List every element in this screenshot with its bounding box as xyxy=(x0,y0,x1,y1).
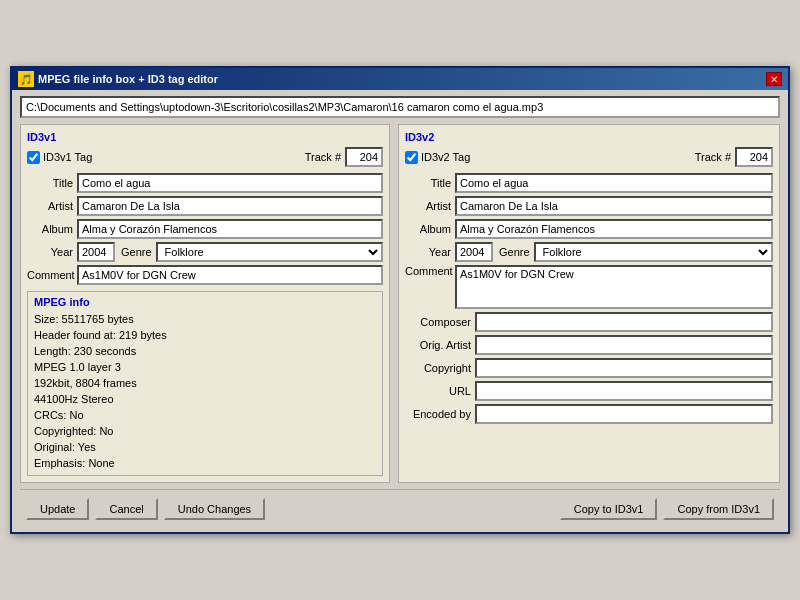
id3v2-encoded-by-label: Encoded by xyxy=(405,408,475,420)
id3v2-orig-artist-row: Orig. Artist xyxy=(405,335,773,355)
id3v2-section-title: ID3v2 xyxy=(405,131,773,143)
mpeg-info-panel: MPEG info Size: 5511765 bytes Header fou… xyxy=(27,291,383,476)
id3v2-copyright-row: Copyright xyxy=(405,358,773,378)
id3v2-orig-artist-input[interactable] xyxy=(475,335,773,355)
id3v2-tag-label: ID3v2 Tag xyxy=(421,151,470,163)
id3v1-section-title: ID3v1 xyxy=(27,131,383,143)
id3v1-genre-select[interactable]: Folklore xyxy=(156,242,383,262)
file-path-row xyxy=(20,96,780,118)
mpeg-info-title: MPEG info xyxy=(34,296,376,308)
id3v1-track-label: Track # xyxy=(305,151,341,163)
id3v2-track-num: Track # xyxy=(695,147,773,167)
id3v2-tag-checkbox[interactable] xyxy=(405,151,418,164)
id3v1-genre-label: Genre xyxy=(121,246,152,258)
close-button[interactable]: ✕ xyxy=(766,72,782,86)
id3v2-year-genre-row: Year Genre Folklore xyxy=(405,242,773,262)
id3v2-copyright-label: Copyright xyxy=(405,362,475,374)
id3v2-url-row: URL xyxy=(405,381,773,401)
id3v2-copyright-input[interactable] xyxy=(475,358,773,378)
id3v1-comment-row: Comment xyxy=(27,265,383,285)
id3v2-url-label: URL xyxy=(405,385,475,397)
copy-from-id3v1-button[interactable]: Copy from ID3v1 xyxy=(663,498,774,520)
id3v2-tag-checkbox-label[interactable]: ID3v2 Tag xyxy=(405,151,470,164)
file-path-input[interactable] xyxy=(20,96,780,118)
id3v2-comment-textarea[interactable]: As1M0V for DGN Crew xyxy=(455,265,773,309)
copy-to-id3v1-button[interactable]: Copy to ID3v1 xyxy=(560,498,658,520)
id3v2-album-input[interactable] xyxy=(455,219,773,239)
id3v2-year-label: Year xyxy=(405,246,455,258)
id3v2-album-row: Album xyxy=(405,219,773,239)
id3v1-artist-label: Artist xyxy=(27,200,77,212)
id3v2-comment-row: Comment As1M0V for DGN Crew xyxy=(405,265,773,309)
id3v1-year-input[interactable] xyxy=(77,242,115,262)
id3v2-orig-artist-label: Orig. Artist xyxy=(405,339,475,351)
id3v2-comment-label: Comment xyxy=(405,265,455,277)
title-bar-left: 🎵 MPEG file info box + ID3 tag editor xyxy=(18,71,218,87)
id3v1-tag-checkbox[interactable] xyxy=(27,151,40,164)
id3v1-artist-input[interactable] xyxy=(77,196,383,216)
main-window: 🎵 MPEG file info box + ID3 tag editor ✕ … xyxy=(10,66,790,534)
id3v1-title-input[interactable] xyxy=(77,173,383,193)
app-icon: 🎵 xyxy=(18,71,34,87)
id3v1-year-genre-row: Year Genre Folklore xyxy=(27,242,383,262)
id3v2-panel: ID3v2 ID3v2 Tag Track # Title xyxy=(398,124,780,483)
id3v2-year-input[interactable] xyxy=(455,242,493,262)
id3v2-composer-row: Composer xyxy=(405,312,773,332)
id3v2-composer-label: Composer xyxy=(405,316,475,328)
right-buttons: Copy to ID3v1 Copy from ID3v1 xyxy=(560,498,774,520)
id3v2-genre-label: Genre xyxy=(499,246,530,258)
title-bar: 🎵 MPEG file info box + ID3 tag editor ✕ xyxy=(12,68,788,90)
id3v2-url-input[interactable] xyxy=(475,381,773,401)
id3v2-title-input[interactable] xyxy=(455,173,773,193)
id3v1-tag-label: ID3v1 Tag xyxy=(43,151,92,163)
id3v2-artist-input[interactable] xyxy=(455,196,773,216)
id3v2-artist-row: Artist xyxy=(405,196,773,216)
columns-container: ID3v1 ID3v1 Tag Track # Title xyxy=(20,124,780,483)
id3v2-album-label: Album xyxy=(405,223,455,235)
id3v1-title-row: Title xyxy=(27,173,383,193)
id3v2-track-input[interactable] xyxy=(735,147,773,167)
bottom-bar: Update Cancel Undo Changes Copy to ID3v1… xyxy=(20,489,780,526)
id3v1-panel: ID3v1 ID3v1 Tag Track # Title xyxy=(20,124,390,483)
id3v1-tag-checkbox-label[interactable]: ID3v1 Tag xyxy=(27,151,92,164)
mpeg-info-text: Size: 5511765 bytes Header found at: 219… xyxy=(34,311,376,471)
id3v1-year-label: Year xyxy=(27,246,77,258)
id3v2-title-label: Title xyxy=(405,177,455,189)
id3v2-encoded-by-input[interactable] xyxy=(475,404,773,424)
id3v2-title-row: Title xyxy=(405,173,773,193)
id3v1-track-input[interactable] xyxy=(345,147,383,167)
id3v2-tag-header: ID3v2 Tag Track # xyxy=(405,147,773,167)
window-title: MPEG file info box + ID3 tag editor xyxy=(38,73,218,85)
id3v1-tag-header: ID3v1 Tag Track # xyxy=(27,147,383,167)
id3v2-genre-select[interactable]: Folklore xyxy=(534,242,773,262)
id3v1-artist-row: Artist xyxy=(27,196,383,216)
id3v2-encoded-by-row: Encoded by xyxy=(405,404,773,424)
id3v1-title-label: Title xyxy=(27,177,77,189)
id3v2-track-label: Track # xyxy=(695,151,731,163)
id3v1-track-num: Track # xyxy=(305,147,383,167)
id3v2-composer-input[interactable] xyxy=(475,312,773,332)
update-button[interactable]: Update xyxy=(26,498,89,520)
cancel-button[interactable]: Cancel xyxy=(95,498,157,520)
id3v1-album-label: Album xyxy=(27,223,77,235)
id3v1-album-row: Album xyxy=(27,219,383,239)
window-body: ID3v1 ID3v1 Tag Track # Title xyxy=(12,90,788,532)
id3v1-comment-label: Comment xyxy=(27,269,77,281)
id3v2-artist-label: Artist xyxy=(405,200,455,212)
id3v1-comment-input[interactable] xyxy=(77,265,383,285)
undo-changes-button[interactable]: Undo Changes xyxy=(164,498,265,520)
id3v1-album-input[interactable] xyxy=(77,219,383,239)
